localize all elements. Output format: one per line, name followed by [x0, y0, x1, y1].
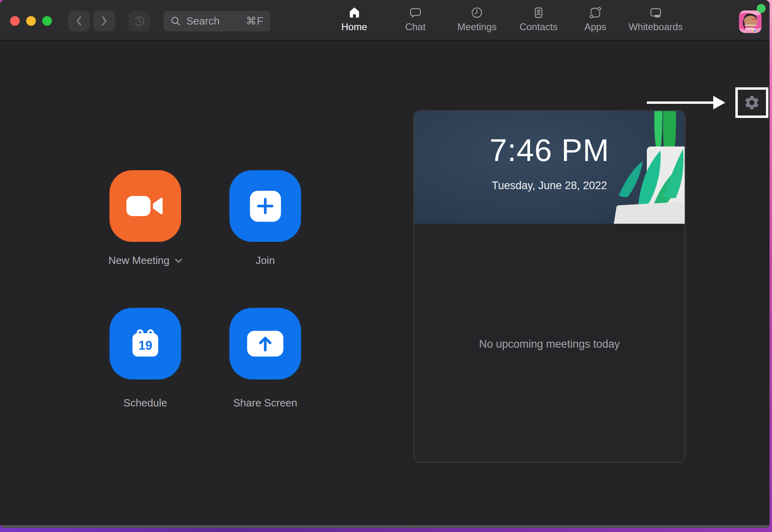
apps-icon — [588, 6, 602, 19]
join-label: Join — [256, 254, 275, 267]
tab-label: Meetings — [457, 21, 496, 33]
annotation-arrow-head — [713, 96, 725, 109]
join-label-row: Join — [201, 254, 330, 267]
tab-apps[interactable]: Apps — [584, 6, 607, 33]
tab-label: Chat — [405, 21, 426, 33]
whiteboard-icon — [649, 6, 662, 19]
share-screen-label-row: Share Screen — [201, 397, 330, 409]
calendar-day: 19 — [138, 338, 152, 353]
chevron-down-icon[interactable] — [175, 258, 182, 263]
clock-banner: 7:46 PM Tuesday, June 28, 2022 — [414, 111, 685, 224]
maximize-window-button[interactable] — [42, 16, 52, 26]
back-button[interactable] — [68, 10, 90, 31]
search-input[interactable]: Search ⌘F — [163, 11, 270, 31]
settings-button[interactable] — [743, 94, 760, 111]
empty-state-message: No upcoming meetings today — [414, 338, 685, 351]
share-screen-button[interactable] — [229, 308, 301, 379]
search-shortcut: ⌘F — [246, 15, 264, 27]
arrow-up-icon — [247, 331, 283, 357]
home-content: 19 New Meeting Join Schedule Share Scree… — [0, 42, 770, 528]
tab-label: Whiteboards — [629, 21, 683, 33]
tab-label: Apps — [584, 21, 607, 33]
zoom-app-window: Search ⌘F Home Chat Meetings — [0, 0, 770, 528]
tab-contacts[interactable]: Contacts — [520, 6, 558, 33]
minimize-window-button[interactable] — [26, 16, 36, 26]
history-button[interactable] — [128, 10, 150, 31]
share-screen-label: Share Screen — [233, 397, 297, 409]
tab-home[interactable]: Home — [341, 6, 367, 33]
tab-whiteboards[interactable]: Whiteboards — [629, 6, 683, 33]
plus-icon — [250, 191, 281, 222]
chevron-right-icon — [101, 16, 107, 26]
new-meeting-label: New Meeting — [108, 254, 169, 267]
new-meeting-button[interactable] — [109, 170, 181, 242]
contact-card-icon — [532, 6, 545, 19]
upcoming-meetings-card: 7:46 PM Tuesday, June 28, 2022 No upcomi… — [413, 110, 685, 463]
current-date: Tuesday, June 28, 2022 — [414, 179, 685, 192]
avatar[interactable] — [739, 10, 762, 33]
avatar-image — [739, 10, 762, 33]
schedule-label: Schedule — [124, 397, 167, 409]
calendar-icon: 19 — [128, 327, 162, 361]
schedule-button[interactable]: 19 — [109, 308, 181, 379]
title-bar: Search ⌘F Home Chat Meetings — [0, 0, 770, 41]
presence-status-dot — [757, 4, 766, 13]
current-time: 7:46 PM — [414, 132, 685, 169]
schedule-label-row: Schedule — [81, 397, 210, 409]
annotation-highlight-box — [735, 87, 768, 118]
clock-icon — [470, 6, 483, 19]
search-icon — [170, 16, 181, 27]
clock-history-icon — [133, 14, 146, 27]
home-icon — [348, 6, 361, 19]
tab-meetings[interactable]: Meetings — [457, 6, 496, 33]
chevron-left-icon — [76, 16, 82, 26]
gear-icon — [743, 94, 760, 111]
tab-label: Contacts — [520, 21, 558, 33]
close-window-button[interactable] — [10, 16, 20, 26]
join-button[interactable] — [229, 170, 301, 242]
chat-bubble-icon — [409, 6, 422, 19]
video-camera-icon — [126, 194, 164, 219]
annotation-arrow-line — [647, 101, 714, 104]
search-placeholder: Search — [186, 15, 219, 27]
new-meeting-label-row: New Meeting — [81, 254, 210, 267]
tab-label: Home — [341, 21, 367, 33]
forward-button[interactable] — [93, 10, 115, 31]
tab-chat[interactable]: Chat — [405, 6, 426, 33]
